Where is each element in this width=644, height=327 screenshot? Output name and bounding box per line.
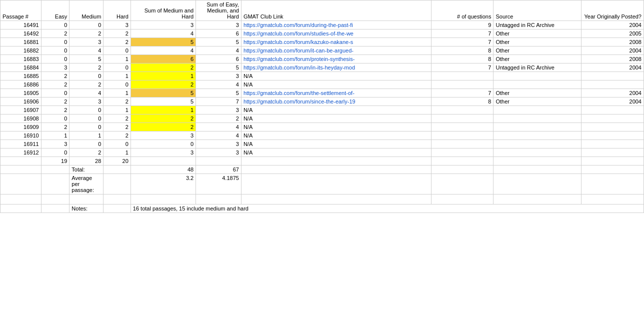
main-table: Passage # Easy Medium Hard Sum of Medium…	[0, 0, 644, 213]
cell-sum-mh: 3	[130, 21, 196, 30]
cell-medium: 0	[70, 114, 104, 123]
cell-source	[494, 80, 582, 89]
cell-year	[582, 148, 644, 157]
avg-empty-tail-3	[582, 174, 644, 194]
total-empty1	[0, 166, 42, 174]
cell-medium: 0	[70, 140, 104, 148]
cell-link: N/A	[241, 114, 431, 123]
cell-sum-mh: 6	[130, 55, 196, 64]
total-sum-emh: 67	[196, 166, 242, 174]
cell-link[interactable]: https://gmatclub.com/forum/it-can-be-arg…	[241, 46, 431, 55]
header-sum-mh: Sum of Medium and Hard	[130, 0, 196, 21]
cell-sum-emh: 6	[196, 55, 242, 64]
cell-year: 2004	[582, 98, 644, 106]
cell-sum-mh: 5	[130, 98, 196, 106]
cell-link[interactable]: https://gmatclub.com/forum/in-its-heyday…	[241, 64, 431, 72]
header-sum-emh: Sum of Easy, Medium, and Hard	[196, 0, 242, 21]
cell-source	[494, 148, 582, 157]
cell-passage: 16883	[0, 55, 42, 64]
cell-sum-emh: 4	[196, 80, 242, 89]
table-row: 1688432025https://gmatclub.com/forum/in-…	[0, 64, 644, 72]
totals-empty-3	[431, 157, 494, 166]
cell-link: N/A	[241, 80, 431, 89]
cell-hard: 1	[104, 55, 130, 64]
cell-source: Untagged in RC Archive	[494, 64, 582, 72]
cell-sum-mh: 2	[130, 64, 196, 72]
table-row: 1649100333https://gmatclub.com/forum/dur…	[0, 21, 644, 30]
cell-hard: 0	[104, 140, 130, 148]
totals-numbers-row: 192820	[0, 157, 644, 166]
cell-source: Other	[494, 89, 582, 98]
table-row: 1688103255https://gmatclub.com/forum/kaz…	[0, 38, 644, 46]
cell-numq	[431, 114, 494, 123]
cell-sum-emh: 5	[196, 64, 242, 72]
cell-medium: 1	[70, 132, 104, 140]
cell-easy: 2	[41, 106, 70, 114]
cell-numq: 7	[431, 64, 494, 72]
cell-passage: 16885	[0, 72, 42, 80]
table-row: 1688520113N/A	[0, 72, 644, 80]
cell-link[interactable]: https://gmatclub.com/forum/kazuko-nakane…	[241, 38, 431, 46]
cell-link[interactable]: https://gmatclub.com/forum/since-the-ear…	[241, 98, 431, 106]
avg-empty-tail-2	[494, 174, 582, 194]
cell-numq: 9	[431, 21, 494, 30]
cell-medium: 3	[70, 38, 104, 46]
cell-numq	[431, 132, 494, 140]
cell-hard: 1	[104, 106, 130, 114]
cell-sum-emh: 3	[196, 72, 242, 80]
cell-year: 2004	[582, 46, 644, 55]
cell-link[interactable]: https://gmatclub.com/forum/the-settlemen…	[241, 89, 431, 98]
cell-hard: 2	[104, 98, 130, 106]
cell-link: N/A	[241, 72, 431, 80]
cell-numq	[431, 72, 494, 80]
cell-link: N/A	[241, 140, 431, 148]
cell-easy: 0	[41, 148, 70, 157]
spacer-cell-2	[70, 194, 104, 204]
header-link: GMAT Club Link	[241, 0, 431, 21]
total-sum-mh: 48	[130, 166, 196, 174]
cell-medium: 4	[70, 46, 104, 55]
cell-sum-emh: 3	[196, 148, 242, 157]
cell-year: 2004	[582, 64, 644, 72]
cell-link: N/A	[241, 106, 431, 114]
table-row: 1649222246https://gmatclub.com/forum/stu…	[0, 30, 644, 38]
header-passage: Passage #	[0, 0, 42, 21]
notes-text: 16 total passages, 15 include medium and…	[130, 204, 644, 213]
cell-numq	[431, 106, 494, 114]
cell-easy: 0	[41, 38, 70, 46]
totals-empty-2	[241, 157, 431, 166]
cell-source	[494, 123, 582, 132]
header-year: Year Originally Posted?	[582, 0, 644, 21]
cell-passage: 16491	[0, 21, 42, 30]
cell-passage: 16909	[0, 123, 42, 132]
cell-medium: 5	[70, 55, 104, 64]
cell-numq: 8	[431, 55, 494, 64]
cell-link[interactable]: https://gmatclub.com/forum/studies-of-th…	[241, 30, 431, 38]
cell-numq	[431, 140, 494, 148]
cell-passage: 16910	[0, 132, 42, 140]
table-row: 1691130003N/A	[0, 140, 644, 148]
cell-easy: 3	[41, 64, 70, 72]
cell-source: Other	[494, 30, 582, 38]
total-empty-tail-3	[582, 166, 644, 174]
cell-easy: 0	[41, 89, 70, 98]
notes-row: Notes:16 total passages, 15 include medi…	[0, 204, 644, 213]
cell-link[interactable]: https://gmatclub.com/forum/during-the-pa…	[241, 21, 431, 30]
cell-medium: 3	[70, 98, 104, 106]
cell-sum-mh: 4	[130, 30, 196, 38]
header-numq: # of questions	[431, 0, 494, 21]
table-row: 1690504155https://gmatclub.com/forum/the…	[0, 89, 644, 98]
cell-sum-mh: 1	[130, 106, 196, 114]
cell-source	[494, 114, 582, 123]
cell-source	[494, 106, 582, 114]
cell-sum-mh: 4	[130, 46, 196, 55]
cell-sum-emh: 4	[196, 46, 242, 55]
cell-passage: 16911	[0, 140, 42, 148]
cell-source	[494, 72, 582, 80]
totals-empty-1	[196, 157, 242, 166]
cell-year	[582, 106, 644, 114]
cell-hard: 1	[104, 148, 130, 157]
totals-hard: 20	[104, 157, 130, 166]
cell-year	[582, 72, 644, 80]
cell-link[interactable]: https://gmatclub.com/forum/protein-synth…	[241, 55, 431, 64]
